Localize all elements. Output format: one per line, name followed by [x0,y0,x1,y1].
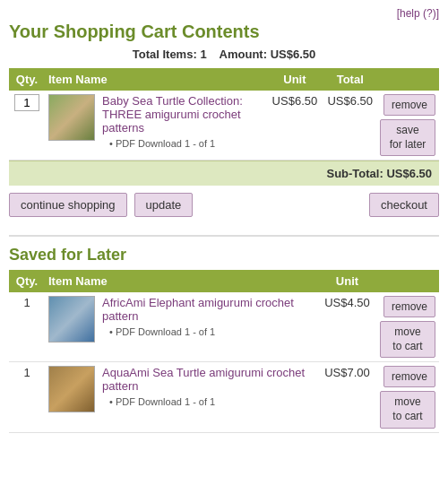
btn-cell: remove savefor later [376,91,439,160]
total-summary: Total Items: 1 Amount: US$6.50 [9,48,439,61]
product-image [48,94,95,141]
help-text[interactable]: [help (?)] [397,7,439,20]
saved-qty-1: 1 [9,292,45,362]
unit-price: US$6.50 [265,91,323,160]
save-for-later-button[interactable]: savefor later [380,119,435,156]
saved-qty-2: 1 [9,362,45,432]
saved-btn-cell-2: remove moveto cart [376,362,439,432]
saved-product-image-1 [48,296,95,343]
item-name-cell: Baby Sea Turtle Collection: THREE amigur… [99,91,265,160]
qty-input[interactable] [14,94,39,111]
total-items-value: 1 [200,48,206,61]
col-total: Total [323,68,376,91]
total-items-label: Total Items: [133,48,197,61]
cart-table: Qty. Item Name Unit Total Baby Sea Turtl… [9,68,439,160]
col-actions [376,68,439,91]
table-row: 1 AquaAmi Sea Turtle amigurumi crochet p… [9,362,439,432]
action-bar: continue shopping update checkout [9,186,439,224]
section-divider [9,235,439,237]
action-bar-left: continue shopping update [9,193,193,217]
move-to-cart-button-2[interactable]: moveto cart [380,391,435,428]
total-price: US$6.50 [323,91,376,160]
saved-item-link-1[interactable]: AfricAmi Elephant amigurumi crochet patt… [102,296,294,323]
continue-shopping-button[interactable]: continue shopping [9,193,127,217]
move-to-cart-button-1[interactable]: moveto cart [380,321,435,358]
update-button[interactable]: update [134,193,194,217]
saved-btn-cell-1: remove moveto cart [376,292,439,362]
subtotal-row: Sub-Total: US$6.50 [9,160,439,186]
pdf-note: PDF Download 1 - of 1 [102,138,262,149]
saved-img-2 [45,362,99,432]
subtotal-value: US$6.50 [386,167,432,180]
col-qty: Qty. [9,68,45,91]
amount-value: US$6.50 [271,48,316,61]
saved-remove-button-2[interactable]: remove [383,366,435,387]
saved-img-1 [45,292,99,362]
saved-product-image-2 [48,366,95,412]
saved-unit-1: US$4.50 [318,292,376,362]
amount-label: Amount: [220,48,267,61]
saved-remove-button-1[interactable]: remove [383,296,435,317]
col-item-name: Item Name [45,68,265,91]
remove-button[interactable]: remove [383,94,435,116]
saved-col-unit: Unit [318,270,376,292]
subtotal-label: Sub-Total: [326,167,383,180]
checkout-button[interactable]: checkout [369,193,439,217]
saved-pdf-note-2: PDF Download 1 - of 1 [102,396,314,407]
page-title: Your Shopping Cart Contents [9,22,439,42]
help-link[interactable]: [help (?)] [9,7,439,20]
item-link[interactable]: Baby Sea Turtle Collection: THREE amigur… [102,94,243,134]
qty-cell [9,91,45,160]
table-row: Baby Sea Turtle Collection: THREE amigur… [9,91,439,160]
col-unit: Unit [265,68,323,91]
img-cell [45,91,99,160]
saved-pdf-note-1: PDF Download 1 - of 1 [102,326,314,337]
saved-table: Qty. Item Name Unit 1 AfricAmi Elephant … [9,270,439,432]
saved-col-qty: Qty. [9,270,45,292]
saved-item-name-1: AfricAmi Elephant amigurumi crochet patt… [99,292,318,362]
saved-unit-2: US$7.00 [318,362,376,432]
saved-col-item-name: Item Name [45,270,318,292]
table-row: 1 AfricAmi Elephant amigurumi crochet pa… [9,292,439,362]
saved-item-link-2[interactable]: AquaAmi Sea Turtle amigurumi crochet pat… [102,366,305,393]
saved-item-name-2: AquaAmi Sea Turtle amigurumi crochet pat… [99,362,318,432]
saved-section-title: Saved for Later [9,246,439,265]
saved-col-actions [376,270,439,292]
